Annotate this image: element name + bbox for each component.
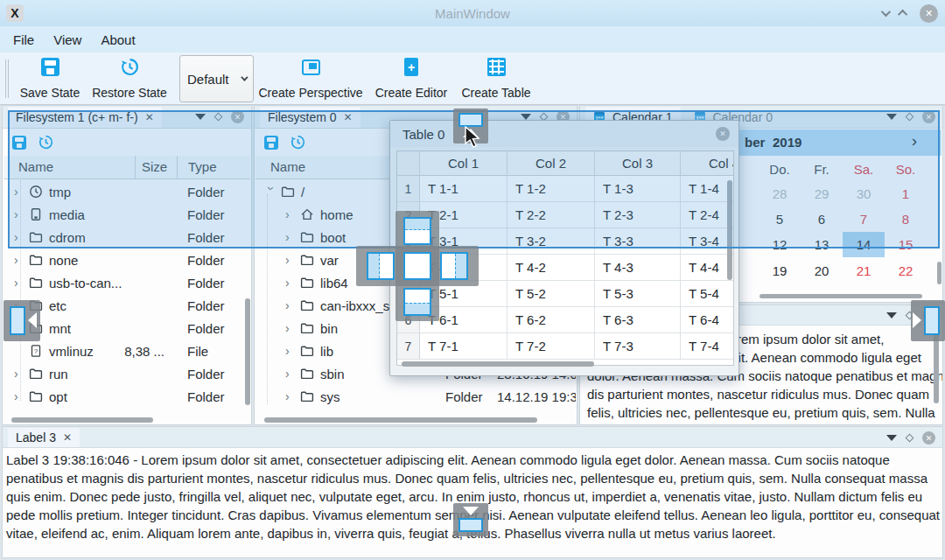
expander-icon[interactable]: › bbox=[14, 368, 24, 380]
menu-about[interactable]: About bbox=[91, 32, 144, 47]
expander-icon[interactable]: › bbox=[285, 276, 296, 289]
horizontal-scrollbar[interactable] bbox=[402, 361, 594, 367]
drop-indicator-bottom[interactable] bbox=[453, 503, 488, 536]
toolbar: Save State Restore State Default Create … bbox=[0, 52, 945, 105]
drop-split-left-icon[interactable] bbox=[367, 252, 395, 280]
dock-close-icon[interactable]: ✕ bbox=[922, 431, 935, 444]
tree-row[interactable]: ›usb-to-can...Folder bbox=[4, 271, 250, 294]
save-state-label: Save State bbox=[20, 86, 80, 100]
calendar-day[interactable]: 19 bbox=[759, 258, 801, 284]
folder-icon bbox=[300, 389, 316, 403]
row-number[interactable]: 7 bbox=[397, 333, 420, 359]
table-cell[interactable]: T 5-2 bbox=[508, 281, 595, 306]
calendar-day[interactable]: 21 bbox=[843, 258, 885, 284]
vertical-scrollbar[interactable] bbox=[937, 262, 942, 284]
tree-row[interactable]: ›optFolder bbox=[4, 385, 250, 408]
tab-label3-label: Label 3 bbox=[16, 430, 56, 444]
horizontal-scrollbar[interactable] bbox=[264, 417, 537, 423]
save-state-button[interactable]: Save State bbox=[15, 58, 85, 100]
window-close-icon[interactable]: ✕ bbox=[920, 4, 938, 23]
table-cell[interactable]: T 6-3 bbox=[595, 307, 681, 332]
tree-row[interactable]: ›mntFolder bbox=[4, 317, 250, 340]
restore-state-button[interactable]: Restore State bbox=[88, 58, 172, 100]
tree-row[interactable]: ›sysFolder14.12.19 19:3 bbox=[256, 385, 576, 408]
restore-state-label: Restore State bbox=[92, 86, 167, 100]
menubar: FileViewAbout bbox=[0, 26, 945, 52]
menu-view[interactable]: View bbox=[44, 32, 91, 47]
expander-icon[interactable]: › bbox=[285, 254, 296, 266]
minimize-icon[interactable] bbox=[881, 7, 891, 17]
folder-icon bbox=[300, 367, 316, 381]
horizontal-scrollbar[interactable] bbox=[760, 294, 922, 298]
table-cell[interactable]: T 6-4 bbox=[681, 307, 734, 332]
window-title: MainWindow bbox=[0, 6, 945, 21]
expander-icon[interactable]: › bbox=[285, 390, 296, 402]
drop-split-bottom-icon[interactable] bbox=[403, 288, 431, 316]
table-cell[interactable]: T 4-2 bbox=[508, 255, 595, 280]
folder-icon bbox=[300, 276, 316, 290]
vertical-scrollbar[interactable] bbox=[934, 333, 939, 403]
expander-icon[interactable]: › bbox=[285, 345, 296, 357]
document-plus-icon: + bbox=[404, 58, 418, 76]
tree-item-name: vmlinuz bbox=[49, 344, 94, 359]
expander-icon[interactable]: › bbox=[14, 276, 24, 289]
perspective-select[interactable]: Default bbox=[179, 55, 254, 102]
expander-icon[interactable]: › bbox=[285, 299, 296, 312]
table-cell[interactable]: T 7-4 bbox=[681, 333, 734, 359]
calendar-day[interactable]: 22 bbox=[885, 258, 927, 284]
restore-icon bbox=[121, 58, 139, 76]
undock-icon[interactable] bbox=[906, 434, 914, 443]
label3-titlebar[interactable]: Label 3 ✕ ✕ bbox=[3, 427, 942, 448]
calendar-day[interactable]: 20 bbox=[801, 258, 843, 284]
table-cell[interactable]: T 6-2 bbox=[508, 307, 595, 332]
table-cell[interactable]: T 4-3 bbox=[595, 255, 681, 280]
tree-row[interactable]: ›etcFolder bbox=[4, 294, 250, 317]
maximize-icon[interactable] bbox=[898, 10, 907, 19]
tree-item-name: usb-to-can... bbox=[49, 276, 122, 290]
folder-icon bbox=[29, 389, 45, 403]
table-cell[interactable]: T 7-3 bbox=[595, 333, 681, 359]
menu-file[interactable]: File bbox=[4, 32, 44, 47]
table-cell[interactable]: T 7-1 bbox=[420, 333, 508, 359]
drop-split-right-icon[interactable] bbox=[440, 252, 468, 280]
vertical-scrollbar[interactable] bbox=[245, 298, 250, 405]
table-cell[interactable]: T 5-4 bbox=[681, 281, 734, 306]
tree-item-name: lib bbox=[320, 344, 333, 359]
create-table-button[interactable]: Create Table bbox=[448, 58, 544, 100]
svg-text:?: ? bbox=[34, 347, 38, 355]
horizontal-scrollbar[interactable] bbox=[11, 417, 153, 423]
expander-icon[interactable]: › bbox=[14, 254, 24, 266]
tree-item-size: 8,38 ... bbox=[114, 344, 164, 359]
dock-menu-icon[interactable] bbox=[886, 435, 897, 441]
tree-item-type: Folder bbox=[187, 367, 225, 382]
tree-item-type: File bbox=[187, 344, 208, 359]
expander-icon[interactable]: › bbox=[14, 390, 24, 402]
dock-menu-icon[interactable] bbox=[886, 312, 897, 318]
tree-row[interactable]: ›runFolder bbox=[4, 362, 250, 385]
save-icon bbox=[41, 58, 60, 76]
tree-item-name: lib64 bbox=[320, 276, 348, 290]
tab-close-icon[interactable]: ✕ bbox=[63, 432, 72, 443]
window-titlebar[interactable]: X MainWindow ✕ bbox=[0, 0, 945, 26]
table-cell[interactable]: T 7-2 bbox=[508, 333, 595, 359]
table-row: 7T 7-1T 7-2T 7-3T 7-4 bbox=[397, 333, 733, 360]
create-perspective-button[interactable]: Create Perspective bbox=[252, 58, 369, 100]
drop-indicator-right[interactable] bbox=[911, 300, 945, 341]
drop-indicator-left[interactable] bbox=[4, 300, 40, 341]
perspective-icon bbox=[302, 60, 320, 75]
expander-icon[interactable]: › bbox=[285, 368, 296, 380]
toolbar-handle[interactable] bbox=[5, 60, 9, 98]
arrow-left-icon bbox=[28, 312, 37, 328]
create-editor-button[interactable]: + Create Editor bbox=[363, 58, 459, 100]
perspective-value: Default bbox=[187, 72, 241, 87]
expander-icon[interactable]: › bbox=[285, 322, 296, 334]
table-cell[interactable]: T 4-4 bbox=[681, 255, 734, 280]
tree-row[interactable]: ›noneFolder bbox=[4, 248, 250, 271]
table-cell[interactable]: T 5-3 bbox=[595, 281, 681, 306]
tree-row[interactable]: ›?vmlinuz8,38 ...File bbox=[4, 340, 250, 362]
tab-label3[interactable]: Label 3 ✕ bbox=[8, 428, 80, 447]
label0-line: felis, ultricies nec, pellentesque eu, p… bbox=[587, 403, 934, 422]
drop-split-top-icon[interactable] bbox=[403, 217, 431, 245]
drop-center-icon[interactable] bbox=[403, 252, 431, 280]
folder-icon bbox=[300, 344, 316, 358]
